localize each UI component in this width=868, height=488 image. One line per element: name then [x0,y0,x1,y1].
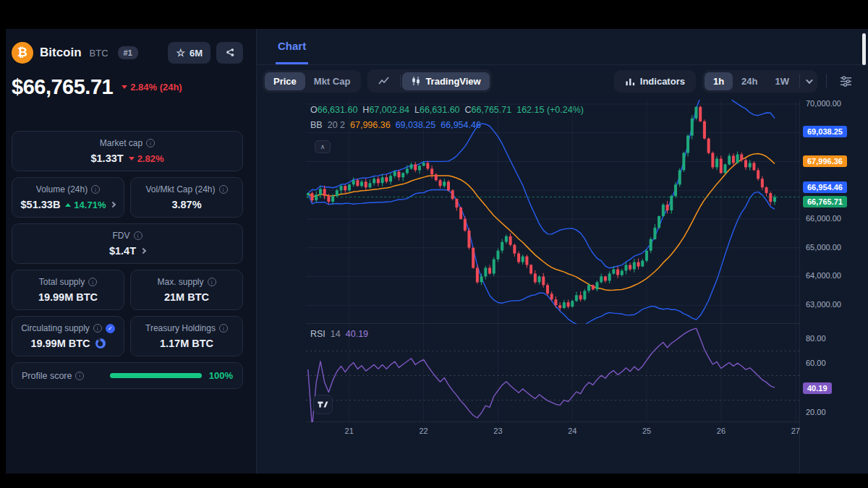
plot-column: O66,631.60 H67,002.84 L66,631.60 C66,765… [306,100,799,474]
legend-collapse-button[interactable] [315,140,331,153]
chevron-right-icon[interactable] [110,202,116,207]
divider [826,74,827,88]
volume-label: Volume (24h) [36,184,88,194]
chevron-down-icon [806,77,813,84]
ohlc-legend: O66,631.60 H67,002.84 L66,631.60 C66,765… [310,105,584,115]
profile-score-label: Profile score [22,371,72,381]
time-axis-label: 22 [419,427,427,435]
price-axis-label: 66,000.00 [806,214,841,223]
max-supply-value: 21M BTC [164,291,209,303]
timeframe-24h[interactable]: 24h [733,72,766,90]
bb-params: 20 2 [328,120,345,130]
rsi-params: 14 [331,329,341,339]
candlestick-chart[interactable] [306,100,799,324]
total-supply-label: Total supply [39,277,85,287]
price-axis-label: 70,000.00 [806,99,841,108]
time-axis-label: 25 [642,427,651,435]
caret-down-icon [129,157,135,160]
time-axis[interactable]: 21222324252627 [306,422,799,441]
fdv-value: $1.4T [109,245,136,257]
price-axis-badge: 66,954.46 [803,181,847,193]
price-toggle-button[interactable]: Price [265,72,305,90]
vol-mktcap-label: Vol/Mkt Cap (24h) [145,184,215,194]
info-icon[interactable] [93,324,102,333]
high-value: 67,002.84 [369,105,409,115]
info-icon[interactable] [91,185,100,194]
coin-actions: 6M [168,42,243,64]
low-value: 66,631.60 [420,105,460,115]
indicators-button[interactable]: Indicators [616,72,694,90]
max-supply-card[interactable]: Max. supply 21M BTC [130,270,243,310]
info-icon[interactable] [146,139,155,147]
info-icon[interactable] [208,278,216,286]
verified-check-icon [106,324,115,333]
watchlist-count: 6M [190,48,203,59]
volume-value: $51.33B [21,199,61,210]
info-icon[interactable] [134,231,142,240]
vol-mktcap-card[interactable]: Vol/Mkt Cap (24h) 3.87% [130,177,243,218]
vol-mktcap-value: 3.87% [171,199,201,210]
bb-basis-value: 67,996.36 [350,120,391,130]
treasury-value: 1.17M BTC [160,338,213,349]
page: Bitcoin BTC #1 6M $66,765.71 2. [0,0,868,488]
timeframe-dropdown-button[interactable] [801,76,815,87]
rsi-axis-label: 60.00 [806,359,826,367]
treasury-card[interactable]: Treasury Holdings 1.17M BTC [130,316,243,356]
total-supply-value: 19.99M BTC [38,291,98,303]
bottom-chrome-bar [0,474,868,488]
rsi-axis-label: 20.00 [806,408,826,416]
rank-badge: #1 [118,46,138,59]
top-chrome-bar [0,0,868,29]
line-chart-icon [378,75,390,87]
candlestick-icon [411,76,421,86]
bitcoin-logo-icon [12,42,33,64]
coin-name: Bitcoin [40,46,82,60]
rsi-axis-label: 80.00 [806,334,826,343]
chevron-right-icon[interactable] [140,248,146,254]
chart-toolbar: Price Mkt Cap TradingView [257,65,868,97]
chart-settings-button[interactable] [835,72,856,90]
rsi-pane[interactable]: RSI 14 40.19 [306,324,799,422]
volume-card[interactable]: Volume (24h) $51.33B 14.71% [12,177,124,218]
price-axis[interactable]: 70,000.0066,000.0065,000.0064,000.0063,0… [799,100,868,474]
bb-name: BB [310,120,323,130]
profile-score-card[interactable]: Profile score 100% [12,362,243,389]
tradingview-button[interactable]: TradingView [402,72,489,90]
timeframe-1w[interactable]: 1W [767,72,799,90]
divider [400,74,401,87]
change-value: 162.15 (+0.24%) [516,105,584,115]
timeframe-1h[interactable]: 1h [705,72,733,90]
watchlist-button[interactable]: 6M [168,42,210,64]
price-chart-pane[interactable]: O66,631.60 H67,002.84 L66,631.60 C66,765… [306,100,799,324]
price-mktcap-toggle: Price Mkt Cap [263,70,361,93]
mktcap-toggle-button[interactable]: Mkt Cap [305,72,359,90]
info-icon[interactable] [219,324,228,333]
scrollbar[interactable] [862,33,866,65]
profile-score-value: 100% [209,370,233,381]
line-chart-button[interactable] [370,72,399,90]
share-button[interactable] [216,42,243,64]
rsi-chart[interactable] [306,324,799,422]
bb-lower-value: 66,954.46 [441,120,481,130]
price-axis-label: 63,000.00 [806,300,841,309]
info-icon[interactable] [219,185,228,194]
fdv-label: FDV [113,231,130,241]
tradingview-widget: O66,631.60 H67,002.84 L66,631.60 C66,765… [306,100,868,474]
indicators-group: Indicators [614,70,696,93]
circulating-supply-card[interactable]: Circulating supply 19.99M BTC [12,316,124,356]
info-icon[interactable] [88,278,97,286]
time-axis-label: 24 [568,427,576,435]
tradingview-logo[interactable] [313,395,333,414]
tab-chart[interactable]: Chart [276,29,308,64]
price-axis-badge: 66,765.71 [803,196,847,207]
rsi-legend: RSI 14 40.19 [310,329,368,339]
fdv-card[interactable]: FDV $1.4T [12,223,243,264]
market-cap-card[interactable]: Market cap $1.33T 2.82% [12,131,243,171]
total-supply-card[interactable]: Total supply 19.99M BTC [12,270,124,310]
bb-upper-value: 69,038.25 [396,120,436,130]
coin-header: Bitcoin BTC #1 6M [12,42,243,64]
price-axis-label: 65,000.00 [806,243,841,252]
time-axis-label: 21 [345,427,354,435]
info-icon[interactable] [75,372,84,380]
chart-type-group: TradingView [367,69,491,93]
